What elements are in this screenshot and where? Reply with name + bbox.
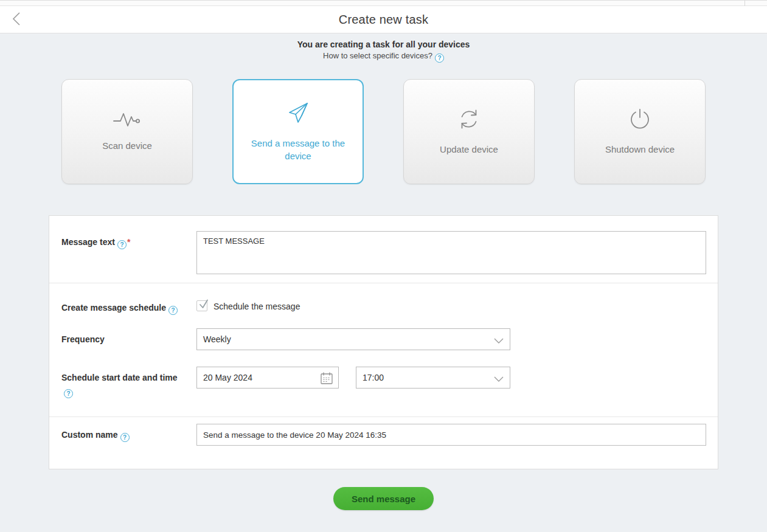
frequency-value: Weekly — [203, 334, 231, 344]
custom-name-row: Custom name? — [49, 417, 718, 469]
card-label: Send a message to the device — [234, 137, 363, 162]
card-scan-device[interactable]: Scan device — [61, 79, 193, 184]
task-type-cards: Scan device Send a message to the device… — [0, 79, 767, 184]
start-datetime-label: Schedule start date and time? — [61, 367, 196, 398]
card-update-device[interactable]: Update device — [403, 79, 535, 184]
message-text-label: Message text?* — [61, 231, 196, 274]
schedule-checkbox-group[interactable]: Schedule the message — [196, 297, 705, 313]
custom-name-input[interactable] — [196, 424, 706, 446]
schedule-row: Create message schedule? Schedule the me… — [49, 283, 718, 315]
pulse-icon — [111, 111, 143, 130]
schedule-checkbox[interactable] — [196, 300, 207, 311]
chevron-down-icon — [494, 375, 504, 384]
card-label: Update device — [425, 143, 513, 156]
start-date-value: 20 May 2024 — [203, 373, 252, 382]
frequency-label: Frequency — [61, 328, 196, 350]
intro-block: You are creating a task for all your dev… — [0, 33, 767, 63]
help-icon[interactable]: ? — [120, 433, 130, 442]
frequency-select[interactable]: Weekly — [196, 328, 510, 350]
start-datetime-row: Schedule start date and time? 20 May 202… — [49, 350, 718, 416]
calendar-icon[interactable] — [320, 371, 333, 387]
back-button[interactable] — [7, 11, 26, 29]
intro-help-line: How to select specific devices?? — [0, 51, 767, 63]
send-message-button[interactable]: Send message — [333, 487, 434, 510]
help-icon[interactable]: ? — [117, 240, 127, 249]
paper-plane-icon — [286, 101, 310, 128]
message-text-input[interactable]: TEST MESSAGE — [196, 231, 706, 274]
dialog-header: Create new task — [0, 6, 767, 33]
help-icon[interactable]: ? — [168, 306, 178, 315]
start-time-value: 17:00 — [363, 373, 384, 382]
help-icon[interactable]: ? — [435, 54, 444, 63]
start-date-input[interactable]: 20 May 2024 — [196, 367, 339, 389]
top-strip-divider — [744, 1, 745, 6]
top-strip — [0, 0, 767, 6]
chevron-down-icon — [494, 336, 504, 346]
page-title: Create new task — [339, 13, 429, 27]
card-label: Shutdown device — [591, 143, 689, 156]
task-settings-panel: Message text?* TEST MESSAGE Create messa… — [49, 215, 718, 469]
card-shutdown-device[interactable]: Shutdown device — [574, 79, 706, 184]
message-text-row: Message text?* TEST MESSAGE — [49, 216, 718, 283]
intro-help-text: How to select specific devices? — [323, 51, 432, 60]
schedule-checkbox-label: Schedule the message — [213, 300, 300, 313]
help-icon[interactable]: ? — [64, 389, 73, 398]
intro-scope-text: You are creating a task for all your dev… — [0, 40, 767, 49]
schedule-label: Create message schedule? — [61, 297, 196, 315]
start-time-select[interactable]: 17:00 — [356, 367, 510, 389]
card-send-message[interactable]: Send a message to the device — [232, 79, 364, 184]
required-asterisk: * — [127, 237, 130, 247]
refresh-icon — [457, 107, 481, 134]
custom-name-label: Custom name? — [61, 424, 196, 446]
frequency-row: Frequency Weekly — [49, 315, 718, 350]
card-label: Scan device — [88, 140, 167, 152]
power-icon — [628, 107, 652, 134]
chevron-left-icon — [12, 12, 21, 29]
